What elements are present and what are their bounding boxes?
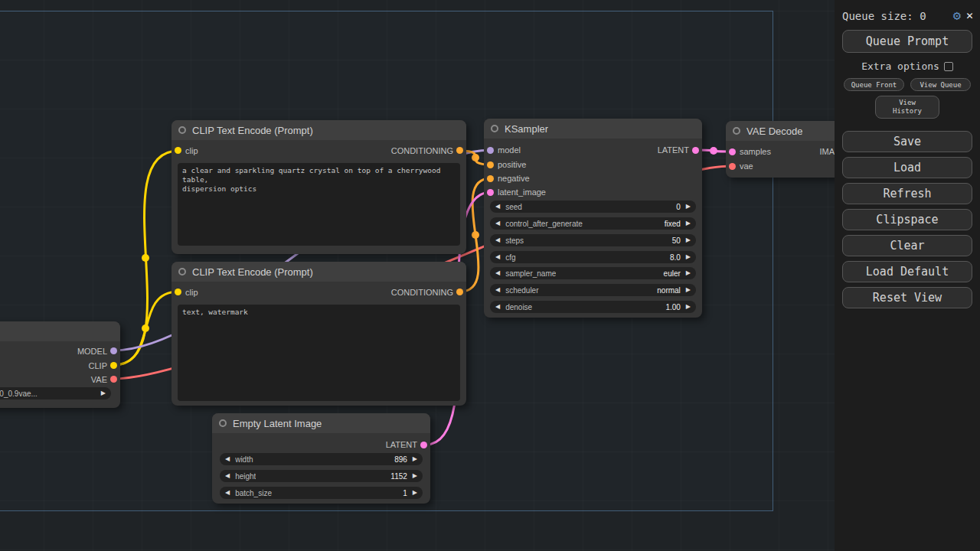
node-collapse-dot[interactable] [491, 125, 498, 132]
input-dot-negative[interactable] [487, 175, 494, 182]
batch-size-widget[interactable]: ◀ batch_size 1 ▶ [220, 487, 423, 499]
cfg-widget[interactable]: ◀ cfg 8.0 ▶ [490, 251, 696, 263]
arrow-right-icon[interactable]: ▶ [101, 390, 106, 396]
ckpt-name-value: xl_base_1.0_0.9vae... [0, 390, 38, 398]
input-dot-model[interactable] [487, 147, 494, 154]
node-clip-text-encode-positive[interactable]: CLIP Text Encode (Prompt) clip CONDITION… [172, 120, 466, 254]
node-collapse-dot[interactable] [733, 127, 740, 135]
prompt-textarea[interactable]: a clear and sparkling quartz crystal on … [178, 163, 460, 246]
output-dot-conditioning[interactable] [456, 147, 463, 154]
arrow-right-icon[interactable]: ▶ [686, 220, 691, 227]
output-dot-conditioning[interactable] [456, 289, 463, 295]
load-default-button[interactable]: Load Default [842, 261, 972, 282]
arrow-right-icon[interactable]: ▶ [413, 473, 417, 479]
input-dot-clip[interactable] [175, 147, 181, 154]
comfyui-menu: Queue size: 0 ⚙ ✕ Queue Prompt Extra opt… [835, 0, 980, 551]
input-label-latent-image: latent_image [498, 187, 546, 197]
output-label-clip: CLIP [89, 361, 107, 370]
input-dot-samples[interactable] [729, 148, 736, 155]
link-midpoint-dot [142, 324, 149, 332]
node-collapse-dot[interactable] [178, 268, 186, 276]
node-collapse-dot[interactable] [178, 126, 186, 134]
refresh-button[interactable]: Refresh [842, 183, 972, 204]
widget-value[interactable]: 50 [672, 236, 681, 245]
node-empty-latent-image[interactable]: Empty Latent Image LATENT ◀ width 896 ▶ … [212, 413, 430, 504]
input-dot-latent-image[interactable] [487, 189, 494, 196]
input-dot-vae[interactable] [729, 163, 736, 170]
close-menu-icon[interactable]: ✕ [966, 10, 973, 21]
input-label-clip: clip [185, 288, 198, 297]
queue-prompt-button[interactable]: Queue Prompt [842, 30, 972, 53]
control-after-generate-widget[interactable]: ◀ control_after_generate fixed ▶ [490, 217, 696, 230]
settings-gear-icon[interactable]: ⚙ [953, 9, 961, 22]
node-ksampler[interactable]: KSampler model LATENT positive negative … [484, 119, 702, 318]
output-dot-clip[interactable] [110, 362, 117, 369]
node-clip-text-encode-negative[interactable]: CLIP Text Encode (Prompt) clip CONDITION… [172, 262, 466, 406]
arrow-right-icon[interactable]: ▶ [686, 204, 691, 210]
sampler-name-widget[interactable]: ◀ sampler_name euler ▶ [490, 267, 696, 279]
prompt-textarea[interactable]: text, watermark [178, 305, 460, 401]
width-widget[interactable]: ◀ width 896 ▶ [220, 453, 423, 465]
node-collapse-dot[interactable] [219, 419, 227, 427]
arrow-left-icon[interactable]: ◀ [495, 254, 500, 260]
widget-value[interactable]: normal [657, 286, 681, 295]
load-button[interactable]: Load [842, 157, 972, 178]
output-dot-latent[interactable] [692, 147, 699, 154]
widget-value[interactable]: 896 [394, 455, 407, 464]
ckpt-name-widget[interactable]: xl_base_1.0_0.9vae... ▶ [0, 387, 111, 399]
output-dot-model[interactable] [110, 347, 117, 354]
node-title: CLIP Text Encode (Prompt) [192, 266, 313, 278]
output-dot-latent[interactable] [420, 442, 427, 448]
view-history-button[interactable]: View History [875, 96, 939, 119]
node-title: CLIP Text Encode (Prompt) [192, 125, 313, 136]
widget-value[interactable]: 0 [676, 203, 681, 211]
widget-value[interactable]: euler [664, 269, 681, 278]
arrow-left-icon[interactable]: ◀ [495, 204, 500, 210]
queue-front-button[interactable]: Queue Front [844, 78, 904, 91]
widget-value[interactable]: 8.0 [670, 253, 681, 262]
clipspace-button[interactable]: Clipspace [842, 209, 972, 230]
arrow-left-icon[interactable]: ◀ [495, 270, 500, 276]
widget-value[interactable]: 1 [403, 489, 407, 497]
arrow-right-icon[interactable]: ▶ [413, 456, 417, 462]
view-history-label-line1: View [899, 99, 916, 107]
widget-value[interactable]: 1152 [390, 472, 407, 481]
clear-button[interactable]: Clear [842, 235, 972, 256]
node-load-checkpoint[interactable]: MODEL CLIP VAE xl_base_1.0_0.9vae... ▶ [0, 321, 120, 408]
arrow-right-icon[interactable]: ▶ [413, 490, 417, 496]
seed-widget[interactable]: ◀ seed 0 ▶ [490, 201, 696, 213]
arrow-left-icon[interactable]: ◀ [495, 220, 500, 227]
arrow-right-icon[interactable]: ▶ [686, 287, 691, 293]
view-queue-button[interactable]: View Queue [910, 78, 971, 91]
height-widget[interactable]: ◀ height 1152 ▶ [220, 470, 423, 482]
arrow-left-icon[interactable]: ◀ [225, 490, 230, 496]
arrow-left-icon[interactable]: ◀ [225, 473, 230, 479]
arrow-right-icon[interactable]: ▶ [686, 304, 691, 310]
arrow-right-icon[interactable]: ▶ [686, 254, 691, 260]
widget-value[interactable]: 1.00 [665, 303, 680, 311]
save-button[interactable]: Save [842, 131, 972, 152]
extra-options-checkbox[interactable] [944, 62, 953, 71]
input-dot-clip[interactable] [175, 289, 181, 295]
steps-widget[interactable]: ◀ steps 50 ▶ [490, 234, 696, 246]
node-title-bar[interactable] [0, 321, 120, 341]
widget-value[interactable]: fixed [665, 220, 681, 228]
widget-label: scheduler [505, 286, 538, 295]
arrow-left-icon[interactable]: ◀ [495, 237, 500, 243]
input-dot-positive[interactable] [487, 161, 494, 168]
arrow-left-icon[interactable]: ◀ [225, 456, 230, 462]
node-title: KSampler [505, 123, 548, 135]
node-graph-canvas[interactable]: MODEL CLIP VAE xl_base_1.0_0.9vae... ▶ C… [0, 0, 980, 551]
reset-view-button[interactable]: Reset View [842, 287, 972, 308]
output-dot-vae[interactable] [110, 376, 117, 383]
view-history-label-line2: History [893, 107, 922, 116]
scheduler-widget[interactable]: ◀ scheduler normal ▶ [490, 284, 696, 296]
arrow-left-icon[interactable]: ◀ [495, 287, 500, 293]
arrow-right-icon[interactable]: ▶ [686, 270, 691, 276]
input-label-clip: clip [185, 146, 198, 155]
widget-label: denoise [505, 303, 532, 311]
arrow-left-icon[interactable]: ◀ [495, 304, 500, 310]
arrow-right-icon[interactable]: ▶ [686, 237, 691, 243]
extra-options-label: Extra options [861, 60, 939, 72]
denoise-widget[interactable]: ◀ denoise 1.00 ▶ [490, 301, 696, 313]
